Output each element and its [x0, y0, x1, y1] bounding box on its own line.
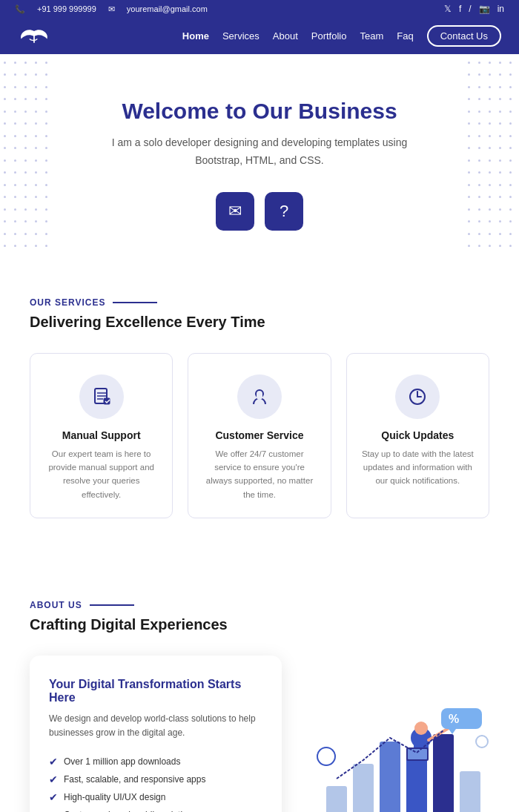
- about-illustration: %: [304, 697, 497, 812]
- question-icon: ?: [280, 202, 288, 221]
- svg-rect-24: [408, 749, 427, 759]
- hero-section: for(let i=0;i<80;i++) document.write('<d…: [0, 54, 519, 260]
- svg-rect-26: [441, 708, 482, 729]
- twitter-icon[interactable]: 𝕏: [444, 4, 452, 14]
- about-content: Your Digital Transformation Starts Here …: [30, 656, 489, 812]
- hero-title: Welcome to Our Business: [15, 99, 504, 124]
- nav-services[interactable]: Services: [222, 30, 260, 42]
- feature-2: ✔ Fast, scalable, and responsive apps: [49, 770, 262, 788]
- manual-support-desc: Our expert team is here to provide manua…: [44, 447, 159, 502]
- linkedin-icon[interactable]: in: [497, 4, 504, 14]
- check-icon-2: ✔: [49, 773, 58, 785]
- dots-right: for(let i=0;i<80;i++) document.write('<d…: [464, 54, 519, 260]
- top-bar-left: 📞 +91 999 999999 ✉ youremail@gmail.com: [15, 4, 208, 14]
- dots-left: for(let i=0;i<80;i++) document.write('<d…: [0, 54, 55, 260]
- help-hero-button[interactable]: ?: [265, 192, 303, 231]
- manual-support-icon: [91, 386, 112, 407]
- svg-rect-11: [406, 756, 427, 812]
- nav-portfolio[interactable]: Portfolio: [311, 30, 347, 42]
- manual-support-icon-wrap: [79, 374, 124, 419]
- svg-point-21: [414, 722, 428, 735]
- customer-service-title: Customer Service: [202, 429, 317, 441]
- about-card-title: Your Digital Transformation Starts Here: [49, 678, 262, 704]
- about-card: Your Digital Transformation Starts Here …: [30, 656, 282, 812]
- quick-updates-icon-wrap: [395, 374, 440, 419]
- quick-updates-desc: Stay up to date with the latest updates …: [360, 447, 475, 488]
- manual-support-title: Manual Support: [44, 429, 159, 441]
- phone-number: +91 999 999999: [37, 4, 96, 13]
- about-features-list: ✔ Over 1 million app downloads ✔ Fast, s…: [49, 753, 262, 812]
- about-section-label: ABOUT US: [30, 600, 489, 610]
- svg-rect-10: [380, 742, 400, 812]
- nav-team[interactable]: Team: [360, 30, 383, 42]
- facebook-icon[interactable]: f: [459, 4, 461, 14]
- services-grid: Manual Support Our expert team is here t…: [30, 353, 489, 519]
- nav-faq[interactable]: Faq: [397, 30, 413, 42]
- logo-area: [18, 26, 50, 47]
- about-card-desc: We design and develop world-class soluti…: [49, 712, 262, 740]
- service-card-updates: Quick Updates Stay up to date with the l…: [346, 353, 489, 519]
- svg-text:%: %: [449, 713, 459, 725]
- feature-3: ✔ High-quality UI/UX design: [49, 788, 262, 806]
- about-section: ABOUT US Crafting Digital Experiences Yo…: [0, 563, 519, 812]
- envelope-icon: ✉: [228, 202, 242, 221]
- svg-rect-12: [433, 734, 454, 812]
- feature-4: ✔ Custom web and mobile solutions: [49, 806, 262, 812]
- svg-rect-8: [326, 786, 347, 812]
- hero-subtitle: I am a solo developer designing and deve…: [96, 134, 423, 170]
- customer-service-icon-wrap: [237, 374, 282, 419]
- customer-service-desc: We offer 24/7 customer service to ensure…: [202, 447, 317, 502]
- email-icon: ✉: [108, 4, 115, 14]
- slash-divider: /: [469, 4, 471, 14]
- nav-links: Home Services About Portfolio Team Faq C…: [182, 25, 501, 47]
- check-icon-3: ✔: [49, 791, 58, 803]
- navbar: Home Services About Portfolio Team Faq C…: [0, 18, 519, 54]
- quick-updates-title: Quick Updates: [360, 429, 475, 441]
- services-section: OUR SERVICES Delivering Excellence Every…: [0, 260, 519, 564]
- instagram-icon[interactable]: 📷: [479, 4, 490, 14]
- svg-rect-9: [353, 764, 374, 812]
- clock-icon: [407, 386, 428, 407]
- top-bar: 📞 +91 999 999999 ✉ youremail@gmail.com 𝕏…: [0, 0, 519, 18]
- nav-about[interactable]: About: [273, 30, 298, 42]
- service-card-customer: Customer Service We offer 24/7 customer …: [188, 353, 331, 519]
- business-illustration: %: [304, 697, 497, 812]
- feature-1: ✔ Over 1 million app downloads: [49, 753, 262, 770]
- nav-home[interactable]: Home: [182, 30, 209, 42]
- check-icon-4: ✔: [49, 809, 58, 812]
- check-icon-1: ✔: [49, 756, 58, 768]
- service-card-manual: Manual Support Our expert team is here t…: [30, 353, 173, 519]
- hero-buttons: ✉ ?: [15, 192, 504, 231]
- svg-point-30: [476, 736, 488, 747]
- svg-point-29: [317, 747, 335, 765]
- customer-service-icon: [249, 386, 270, 407]
- services-section-title: Delivering Excellence Every Time: [30, 314, 489, 331]
- email-hero-button[interactable]: ✉: [216, 192, 254, 231]
- top-bar-social: 𝕏 f / 📷 in: [444, 4, 504, 14]
- svg-rect-13: [460, 771, 480, 812]
- svg-marker-27: [449, 729, 456, 734]
- services-section-label: OUR SERVICES: [30, 297, 489, 308]
- about-section-title: Crafting Digital Experiences: [30, 616, 489, 633]
- svg-rect-6: [257, 392, 262, 400]
- email-address: youremail@gmail.com: [127, 4, 208, 13]
- logo-icon: [18, 26, 50, 47]
- contact-button[interactable]: Contact Us: [427, 25, 501, 47]
- phone-icon: 📞: [15, 4, 25, 14]
